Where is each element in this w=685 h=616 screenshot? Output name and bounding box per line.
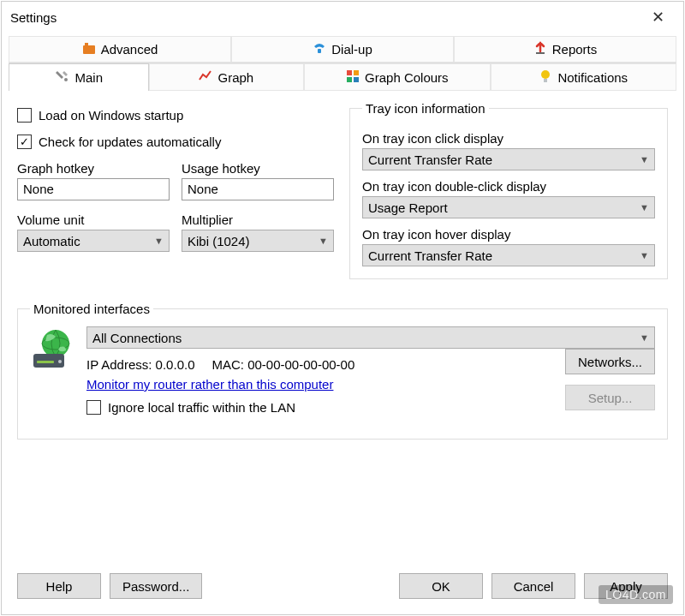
tray-dblclick-label: On tray icon double-click display xyxy=(362,179,655,194)
window-title: Settings xyxy=(10,10,640,25)
combo-value: All Connections xyxy=(92,331,182,345)
combo-value: Kibi (1024) xyxy=(188,234,250,248)
ip-address: IP Address: 0.0.0.0 xyxy=(86,357,194,372)
combo-value: Current Transfer Rate xyxy=(368,248,492,263)
monitor-router-link[interactable]: Monitor my router rather than this compu… xyxy=(86,377,333,392)
ok-button[interactable]: OK xyxy=(399,573,483,599)
tray-hover-label: On tray icon hover display xyxy=(362,227,655,242)
checkbox-icon xyxy=(17,135,32,149)
tab-graph[interactable]: Graph xyxy=(149,63,305,91)
tray-dblclick-combo[interactable]: Usage Report ▼ xyxy=(362,196,655,218)
checkbox-icon xyxy=(86,400,101,415)
graph-hotkey-label: Graph hotkey xyxy=(17,161,170,176)
svg-rect-10 xyxy=(544,79,547,82)
volume-unit-label: Volume unit xyxy=(17,212,170,227)
networks-button[interactable]: Networks... xyxy=(565,349,655,374)
svg-rect-6 xyxy=(354,70,359,75)
tab-reports[interactable]: Reports xyxy=(454,36,676,63)
tray-legend: Tray icon information xyxy=(362,101,489,116)
tab-advanced[interactable]: Advanced xyxy=(9,36,231,63)
chevron-down-icon: ▼ xyxy=(319,236,328,246)
svg-point-15 xyxy=(58,360,62,363)
multiplier-label: Multiplier xyxy=(182,212,334,227)
graph-icon xyxy=(199,69,212,86)
checkbox-label: Check for updates automatically xyxy=(39,135,221,149)
tray-hover-combo[interactable]: Current Transfer Rate ▼ xyxy=(362,244,655,266)
svg-rect-14 xyxy=(37,361,54,363)
tab-label: Advanced xyxy=(101,42,158,57)
usage-hotkey-label: Usage hotkey xyxy=(182,161,334,176)
svg-point-9 xyxy=(541,70,550,79)
usage-hotkey-input[interactable]: None xyxy=(182,178,334,200)
apply-button[interactable]: Apply xyxy=(584,573,668,599)
tab-graph-colours[interactable]: Graph Colours xyxy=(304,63,490,91)
chevron-down-icon: ▼ xyxy=(640,154,649,164)
svg-rect-5 xyxy=(347,70,352,75)
setup-button[interactable]: Setup... xyxy=(565,385,655,410)
svg-rect-8 xyxy=(354,77,359,82)
tab-notifications[interactable]: Notifications xyxy=(491,63,676,91)
password-button[interactable]: Password... xyxy=(110,573,202,599)
combo-value: Automatic xyxy=(23,234,80,248)
help-button[interactable]: Help xyxy=(17,573,101,599)
network-globe-icon xyxy=(30,326,76,373)
tray-icon-group: Tray icon information On tray icon click… xyxy=(349,101,668,279)
svg-rect-2 xyxy=(318,49,321,53)
ignore-lan-checkbox[interactable]: Ignore local traffic within the LAN xyxy=(86,400,555,415)
reports-icon xyxy=(533,41,547,57)
tray-click-label: On tray icon click display xyxy=(362,131,655,146)
advanced-icon xyxy=(82,41,96,57)
close-icon[interactable]: ✕ xyxy=(640,8,675,27)
tray-click-combo[interactable]: Current Transfer Rate ▼ xyxy=(362,148,655,170)
svg-point-11 xyxy=(42,330,69,357)
svg-rect-0 xyxy=(83,45,95,54)
checkbox-label: Load on Windows startup xyxy=(39,108,183,123)
checkbox-icon xyxy=(17,108,32,123)
chevron-down-icon: ▼ xyxy=(640,332,649,343)
checkbox-label: Ignore local traffic within the LAN xyxy=(108,400,295,415)
chevron-down-icon: ▼ xyxy=(640,250,649,260)
mac-address: MAC: 00-00-00-00-00-00 xyxy=(211,357,354,372)
tab-label: Reports xyxy=(552,42,598,57)
connection-combo[interactable]: All Connections ▼ xyxy=(86,326,655,349)
load-on-startup-checkbox[interactable]: Load on Windows startup xyxy=(17,108,334,123)
tab-label: Notifications xyxy=(557,70,628,85)
multiplier-combo[interactable]: Kibi (1024) ▼ xyxy=(182,230,334,252)
svg-rect-3 xyxy=(536,52,545,54)
chevron-down-icon: ▼ xyxy=(154,236,164,246)
tab-dialup[interactable]: Dial-up xyxy=(231,36,454,63)
tab-label: Dial-up xyxy=(331,42,372,57)
svg-rect-1 xyxy=(85,43,88,45)
bulb-icon xyxy=(539,69,552,86)
combo-value: Current Transfer Rate xyxy=(368,153,492,167)
volume-unit-combo[interactable]: Automatic ▼ xyxy=(17,230,170,252)
tab-main[interactable]: Main xyxy=(9,63,149,91)
tools-icon xyxy=(55,69,70,87)
tab-label: Graph xyxy=(217,70,253,85)
check-updates-checkbox[interactable]: Check for updates automatically xyxy=(17,135,334,149)
cancel-button[interactable]: Cancel xyxy=(491,573,575,599)
monitored-legend: Monitored interfaces xyxy=(30,302,153,316)
svg-point-4 xyxy=(64,78,68,81)
tab-label: Main xyxy=(75,70,104,85)
graph-hotkey-input[interactable]: None xyxy=(17,178,170,200)
dialup-icon xyxy=(313,41,326,57)
combo-value: Usage Report xyxy=(368,200,448,215)
svg-rect-7 xyxy=(347,77,352,82)
colours-icon xyxy=(346,69,360,86)
chevron-down-icon: ▼ xyxy=(640,202,649,212)
monitored-interfaces-group: Monitored interfaces xyxy=(17,302,668,440)
tab-label: Graph Colours xyxy=(365,70,449,85)
